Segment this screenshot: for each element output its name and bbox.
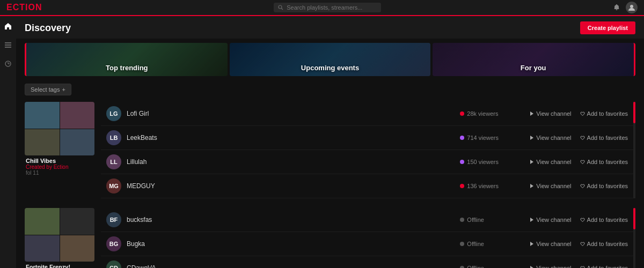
play-icon (530, 218, 534, 222)
add-favorites-button[interactable]: Add to favorites (580, 183, 628, 189)
svg-marker-9 (530, 111, 533, 116)
banner-top-trending-label: Top trending (106, 64, 148, 72)
playlist-card-chill-vibes[interactable]: Chill Vibes Created by Ection fol 11 (25, 102, 94, 198)
search-input[interactable] (287, 4, 372, 11)
avatar: BF (106, 212, 121, 227)
avatar: LL (106, 154, 121, 169)
streamer-status: 150 viewers (460, 159, 524, 165)
streamer-status: Offline (460, 217, 524, 223)
status-dot-offline (460, 266, 464, 268)
svg-point-2 (630, 5, 633, 8)
view-channel-button[interactable]: View channel (530, 241, 571, 247)
table-row[interactable]: CD CDawgVA Offline View channel Add (101, 256, 633, 268)
playlist-thumb (25, 208, 94, 262)
add-favorites-button[interactable]: Add to favorites (580, 265, 628, 268)
streamer-name: bucksfas (127, 216, 455, 224)
heart-icon (580, 111, 585, 116)
play-icon (530, 111, 534, 116)
sidebar-item-circle[interactable] (4, 60, 12, 69)
avatar: BG (106, 236, 121, 251)
status-dot-live (460, 184, 464, 188)
tags-row: Select tags + (16, 80, 644, 99)
play-icon (530, 160, 534, 164)
svg-rect-4 (5, 44, 11, 46)
heart-icon (580, 136, 585, 140)
add-favorites-button[interactable]: Add to favorites (580, 241, 628, 247)
search-container (274, 3, 381, 12)
add-favorites-button[interactable]: Add to favorites (580, 159, 628, 165)
view-channel-button[interactable]: View channel (530, 159, 571, 165)
banner-for-you[interactable]: For you (433, 43, 635, 76)
avatar: LB (106, 130, 121, 145)
page-title: Discovery (25, 23, 71, 34)
sidebar-item-home[interactable] (4, 23, 12, 32)
streamer-actions: View channel Add to favorites (530, 135, 628, 141)
play-icon (530, 136, 534, 140)
view-channel-button[interactable]: View channel (530, 110, 571, 117)
streamer-status: Offline (460, 265, 524, 268)
streamer-actions: View channel Add to favorites (530, 241, 628, 247)
content-area: Discovery Create playlist Top trending U… (16, 16, 644, 268)
table-row[interactable]: MG MEDGUY 136 viewers View channel (101, 174, 633, 198)
playlist-info: Fortnite Frenzy! Created by Ection fol 1… (25, 262, 94, 268)
scrollbar-thumb-2[interactable] (633, 208, 635, 229)
view-channel-button[interactable]: View channel (530, 217, 571, 223)
live-section: Chill Vibes Created by Ection fol 11 LG … (16, 99, 644, 205)
svg-marker-12 (530, 184, 533, 188)
table-row[interactable]: LB LeekBeats 714 viewers View channel (101, 126, 633, 150)
scrollbar-track-2 (633, 208, 635, 268)
avatar[interactable] (626, 2, 638, 13)
page-header: Discovery Create playlist (16, 16, 644, 39)
add-favorites-button[interactable]: Add to favorites (580, 110, 628, 117)
create-playlist-button[interactable]: Create playlist (580, 21, 635, 34)
thumb-cell-4 (60, 129, 95, 156)
sidebar-item-list[interactable] (4, 41, 12, 50)
thumb-cell-fn3 (25, 235, 60, 262)
select-tags-button[interactable]: Select tags + (25, 84, 71, 95)
scrollbar-track-1 (633, 102, 635, 198)
status-dot-offline (460, 242, 464, 246)
streamer-name: Bugka (127, 240, 455, 248)
viewer-count: 714 viewers (467, 135, 499, 141)
search-icon (278, 5, 283, 10)
streamer-name: LeekBeats (127, 134, 455, 142)
banner-upcoming-events[interactable]: Upcoming events (230, 43, 431, 76)
svg-line-1 (282, 9, 283, 10)
table-row[interactable]: BG Bugka Offline View channel Add t (101, 232, 633, 256)
viewer-count: 28k viewers (467, 110, 498, 117)
viewer-count: 150 viewers (467, 159, 499, 165)
playlist-creator: Created by Ection (26, 164, 93, 170)
play-icon (530, 266, 534, 268)
table-row[interactable]: LG Lofi Girl 28k viewers View channel (101, 102, 633, 126)
view-channel-button[interactable]: View channel (530, 265, 571, 268)
banner-top-trending[interactable]: Top trending (25, 43, 228, 76)
app-logo: ECTION (6, 3, 42, 12)
bell-icon (613, 4, 620, 11)
playlist-card-fortnite[interactable]: Fortnite Frenzy! Created by Ection fol 1… (25, 208, 94, 268)
thumb-cell-fn2 (60, 208, 95, 235)
streamer-status: 28k viewers (460, 110, 524, 117)
scrollbar-thumb-1[interactable] (633, 102, 635, 123)
svg-point-0 (279, 5, 282, 9)
sidebar (0, 16, 16, 268)
status-dot-online (460, 136, 464, 140)
offline-section: Fortnite Frenzy! Created by Ection fol 1… (16, 205, 644, 268)
streamer-actions: View channel Add to favorites (530, 183, 628, 189)
view-channel-button[interactable]: View channel (530, 135, 571, 141)
banner-row: Top trending Upcoming events For you (16, 39, 644, 80)
heart-icon (580, 218, 585, 222)
add-favorites-button[interactable]: Add to favorites (580, 217, 628, 223)
view-channel-button[interactable]: View channel (530, 183, 571, 189)
table-row[interactable]: BF bucksfas Offline View channel Ad (101, 208, 633, 232)
offline-label: Offline (467, 265, 484, 268)
add-favorites-button[interactable]: Add to favorites (580, 135, 628, 141)
table-row[interactable]: LL Lillulah 150 viewers View channel (101, 150, 633, 174)
streamer-status: 136 viewers (460, 183, 524, 189)
thumb-cell-2 (60, 102, 95, 129)
avatar: MG (106, 178, 121, 193)
viewer-count: 136 viewers (467, 183, 499, 189)
svg-marker-10 (530, 136, 533, 140)
streamer-status: 714 viewers (460, 135, 524, 141)
avatar: CD (106, 260, 121, 268)
streamer-actions: View channel Add to favorites (530, 159, 628, 165)
